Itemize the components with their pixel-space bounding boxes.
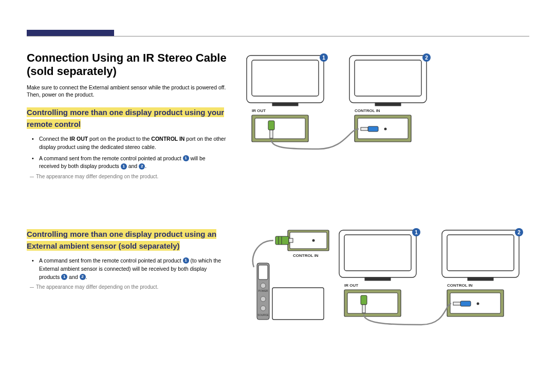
svg-rect-50 bbox=[453, 302, 460, 305]
svg-rect-44 bbox=[347, 293, 398, 313]
svg-rect-12 bbox=[268, 121, 274, 130]
port-controlin-icon bbox=[447, 290, 504, 316]
svg-rect-46 bbox=[362, 305, 365, 313]
port-irout-icon bbox=[252, 115, 308, 142]
diagram-2: 1 2 bbox=[242, 226, 529, 344]
monitor-2-icon: 2 bbox=[442, 228, 523, 281]
num-badge-1: 1 bbox=[183, 257, 189, 264]
right-column: 1 2 IR OUT CONTROL IN bbox=[242, 51, 529, 344]
svg-rect-11 bbox=[255, 118, 305, 139]
header-rule bbox=[27, 36, 529, 36]
sensor-box-icon bbox=[272, 288, 324, 320]
monitor-1-icon: 1 bbox=[339, 228, 420, 281]
port-irout-icon bbox=[344, 290, 401, 316]
svg-text:SOURCE: SOURCE bbox=[257, 313, 269, 316]
left-column: Connection Using an IR Stereo Cable (sol… bbox=[27, 51, 227, 344]
svg-rect-45 bbox=[361, 295, 367, 305]
section2-heading: Controlling more than one display produc… bbox=[27, 229, 216, 251]
svg-point-38 bbox=[261, 283, 266, 288]
svg-rect-1 bbox=[252, 60, 319, 96]
svg-rect-16 bbox=[368, 126, 378, 132]
svg-rect-2 bbox=[272, 103, 298, 106]
page-title: Connection Using an IR Stereo Cable (sol… bbox=[27, 51, 227, 79]
controlin-label: CONTROL IN bbox=[293, 253, 319, 258]
num-badge-1: 1 bbox=[61, 274, 67, 280]
intro-text: Make sure to connect the External ambien… bbox=[27, 84, 227, 99]
svg-rect-26 bbox=[468, 277, 493, 281]
svg-rect-25 bbox=[447, 235, 514, 271]
footnote: The appearance may differ depending on t… bbox=[30, 174, 227, 179]
svg-point-35 bbox=[312, 239, 315, 242]
svg-text:1: 1 bbox=[415, 230, 418, 235]
svg-rect-30 bbox=[290, 232, 327, 249]
svg-rect-37 bbox=[258, 265, 268, 279]
svg-text:2: 2 bbox=[425, 55, 428, 61]
svg-point-40 bbox=[261, 296, 266, 302]
svg-rect-21 bbox=[365, 277, 391, 281]
num-badge-2: 2 bbox=[80, 274, 86, 280]
bullet-item: A command sent from the remote control p… bbox=[39, 257, 227, 281]
section2-bullets: A command sent from the remote control p… bbox=[27, 257, 227, 281]
svg-rect-32 bbox=[289, 238, 293, 242]
monitor-1-icon: 1 bbox=[247, 53, 328, 106]
num-badge-1: 1 bbox=[121, 163, 127, 170]
num-badge-2: 2 bbox=[139, 163, 145, 170]
port-controlin-icon bbox=[355, 115, 411, 142]
svg-rect-7 bbox=[375, 103, 401, 106]
section1-bullets: Connect the IR OUT port on the product t… bbox=[27, 135, 227, 171]
section1-heading: Controlling more than one display produc… bbox=[27, 107, 224, 129]
header-accent-bar bbox=[27, 30, 114, 36]
svg-text:2: 2 bbox=[517, 230, 521, 235]
svg-rect-49 bbox=[460, 301, 471, 306]
controlin-label: CONTROL IN bbox=[447, 283, 473, 288]
monitor-2-icon: 2 bbox=[349, 53, 431, 106]
svg-rect-20 bbox=[344, 235, 411, 271]
svg-text:1: 1 bbox=[322, 55, 325, 61]
num-badge-1: 1 bbox=[183, 155, 189, 161]
svg-rect-17 bbox=[361, 127, 368, 130]
svg-point-41 bbox=[261, 306, 266, 311]
controlin-label: CONTROL IN bbox=[355, 108, 380, 113]
irout-label: IR OUT bbox=[344, 283, 358, 288]
port-controlin-top-icon bbox=[275, 230, 329, 251]
svg-rect-6 bbox=[355, 60, 421, 96]
svg-text:POWER: POWER bbox=[258, 289, 268, 292]
bullet-item: A command sent from the remote control p… bbox=[39, 155, 227, 171]
svg-rect-13 bbox=[270, 130, 273, 138]
svg-point-51 bbox=[477, 303, 479, 305]
bullet-item: Connect the IR OUT port on the product t… bbox=[39, 135, 227, 152]
diagram-1: 1 2 IR OUT CONTROL IN bbox=[242, 51, 529, 154]
svg-rect-31 bbox=[275, 236, 289, 245]
remote-icon: POWER SOURCE bbox=[257, 263, 269, 320]
footnote: The appearance may differ depending on t… bbox=[30, 284, 227, 290]
svg-point-18 bbox=[384, 128, 387, 130]
irout-label: IR OUT bbox=[252, 108, 266, 113]
